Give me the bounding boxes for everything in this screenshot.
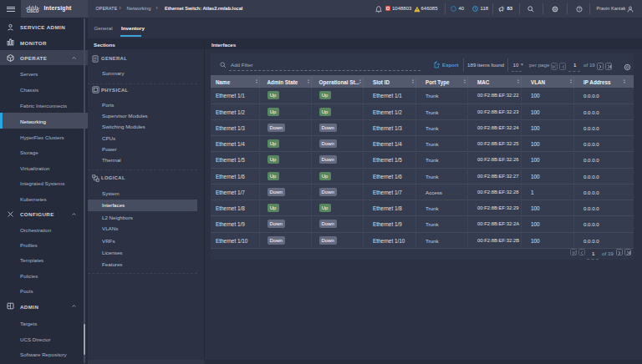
svg-text:CISCO: CISCO [27,9,39,13]
svg-text:?: ? [578,7,580,11]
